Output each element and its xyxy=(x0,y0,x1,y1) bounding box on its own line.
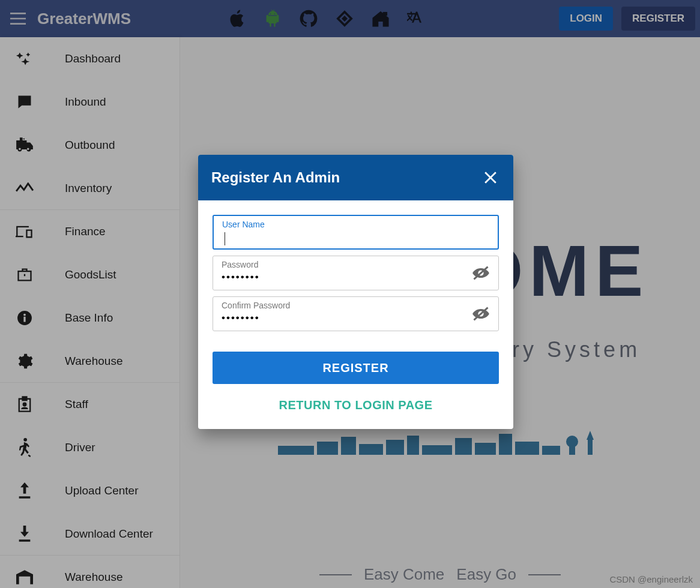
text-caret xyxy=(225,232,225,245)
password-label: Password xyxy=(222,260,490,269)
dialog-body: User Name Password Confirm Password REGI… xyxy=(198,200,513,429)
confirm-password-field[interactable]: Confirm Password xyxy=(213,296,499,331)
password-field[interactable]: Password xyxy=(213,256,499,290)
username-label: User Name xyxy=(222,220,489,229)
dialog-title: Register An Admin xyxy=(211,169,340,186)
confirm-password-input[interactable] xyxy=(222,310,490,326)
register-dialog: Register An Admin User Name Password Con… xyxy=(198,155,513,429)
register-submit-button[interactable]: REGISTER xyxy=(213,352,499,384)
close-button[interactable] xyxy=(481,168,500,187)
dialog-header: Register An Admin xyxy=(198,155,513,200)
return-login-link[interactable]: RETURN TO LOGIN PAGE xyxy=(213,384,499,424)
visibility-off-icon[interactable] xyxy=(472,265,490,281)
close-icon xyxy=(484,171,497,184)
watermark-text: CSDN @engineerlzk xyxy=(609,574,693,584)
username-field[interactable]: User Name xyxy=(213,215,499,250)
password-input[interactable] xyxy=(222,269,490,285)
username-input[interactable] xyxy=(222,229,489,245)
visibility-off-icon[interactable] xyxy=(472,306,490,322)
confirm-password-label: Confirm Password xyxy=(222,301,490,310)
